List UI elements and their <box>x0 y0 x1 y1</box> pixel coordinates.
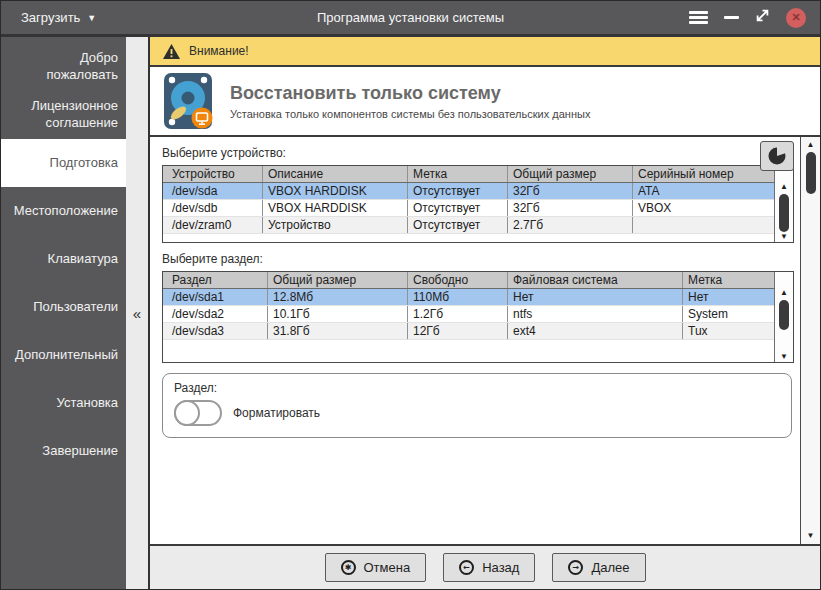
column-header[interactable]: Описание <box>263 166 408 182</box>
table-cell: VBOX HARDDISK <box>263 200 408 216</box>
close-icon: ✕ <box>791 11 800 24</box>
scroll-down-icon[interactable]: ▼ <box>780 232 788 242</box>
minimize-button[interactable] <box>724 16 739 19</box>
table-row-sda2[interactable]: /dev/sda2 10.1Гб 1.2Гб ntfs System <box>163 306 774 323</box>
table-cell: 32Гб <box>508 183 633 199</box>
table-row-sdb[interactable]: /dev/sdb VBOX HARDDISK Отсутствует 32Гб … <box>163 200 774 217</box>
table-cell: 10.1Гб <box>268 306 408 322</box>
table-cell: 31.8Гб <box>268 323 408 339</box>
table-cell: Отсутствует <box>408 217 508 233</box>
scroll-down-icon[interactable]: ▼ <box>807 531 815 541</box>
column-header[interactable]: Общий размер <box>268 272 408 288</box>
sidebar-item-keyboard[interactable]: Клавиатура <box>1 235 126 283</box>
column-header[interactable]: Общий размер <box>508 166 633 182</box>
table-cell: /dev/sdb <box>163 200 263 216</box>
scroll-up-icon[interactable]: ▲ <box>807 140 815 150</box>
sidebar-item-license[interactable]: Лицензионное соглашение <box>1 91 126 139</box>
sidebar-item-finish[interactable]: Завершение <box>1 427 126 475</box>
table-cell: ntfs <box>508 306 683 322</box>
table-cell: Устройство <box>263 217 408 233</box>
table-cell: /dev/sda2 <box>163 306 268 322</box>
table-cell: ATA <box>633 183 774 199</box>
table-cell <box>633 217 774 233</box>
partition-group-label: Раздел: <box>174 381 780 395</box>
maximize-button[interactable] <box>755 8 770 27</box>
toggle-knob <box>174 400 200 426</box>
format-toggle[interactable] <box>174 400 222 426</box>
column-header[interactable]: Файловая система <box>508 272 683 288</box>
step-header: Восстановить только систему Установка то… <box>150 67 820 137</box>
table-row-zram0[interactable]: /dev/zram0 Устройство Отсутствует 2.7Гб <box>163 217 774 234</box>
cancel-icon: ✱ <box>341 560 356 575</box>
sidebar-collapse-button[interactable]: « <box>126 37 150 589</box>
scroll-thumb[interactable] <box>779 300 789 330</box>
table-cell: System <box>683 306 774 322</box>
device-table-header: Устройство Описание Метка Общий размер С… <box>163 166 774 183</box>
partition-section-label: Выберите раздел: <box>162 252 794 266</box>
load-dropdown[interactable]: Загрузить ▼ <box>21 10 96 25</box>
table-cell: /dev/zram0 <box>163 217 263 233</box>
installer-window: Загрузить ▼ Программа установки системы … <box>0 0 821 590</box>
table-cell: 1.2Гб <box>408 306 508 322</box>
table-row-sda3[interactable]: /dev/sda3 31.8Гб 12Гб ext4 Tux <box>163 323 774 340</box>
sidebar-item-installation[interactable]: Установка <box>1 379 126 427</box>
scroll-thumb[interactable] <box>806 152 816 194</box>
scroll-down-icon[interactable]: ▼ <box>780 352 788 362</box>
partition-options-group: Раздел: Форматировать <box>162 373 792 438</box>
column-header[interactable]: Свободно <box>408 272 508 288</box>
collapse-chevrons-icon: « <box>133 305 141 322</box>
table-cell: /dev/sda <box>163 183 263 199</box>
scroll-thumb[interactable] <box>779 194 789 232</box>
table-cell: VBOX <box>633 200 774 216</box>
sidebar-item-welcome[interactable]: Добро пожаловать <box>1 43 126 91</box>
scroll-up-icon[interactable]: ▲ <box>780 182 788 192</box>
table-cell: Отсутствует <box>408 183 508 199</box>
table-cell: /dev/sda3 <box>163 323 268 339</box>
next-button[interactable]: → Далее <box>552 553 645 582</box>
sidebar-item-location[interactable]: Местоположение <box>1 187 126 235</box>
table-cell: /dev/sda1 <box>163 289 268 305</box>
column-header[interactable]: Метка <box>683 272 774 288</box>
scroll-up-icon[interactable]: ▲ <box>780 288 788 298</box>
next-button-label: Далее <box>591 560 629 575</box>
maximize-icon <box>755 8 770 23</box>
column-header[interactable]: Серийный номер <box>633 166 774 182</box>
table-row-sda1[interactable]: /dev/sda1 12.8Мб 110Мб Нет Нет <box>163 289 774 306</box>
dropdown-caret-icon: ▼ <box>87 13 96 23</box>
sidebar-item-additional[interactable]: Дополнительный <box>1 331 126 379</box>
table-row-sda[interactable]: /dev/sda VBOX HARDDISK Отсутствует 32Гб … <box>163 183 774 200</box>
device-section-label: Выберите устройство: <box>162 146 794 160</box>
warning-triangle-icon <box>163 44 180 59</box>
column-header[interactable]: Устройство <box>163 166 263 182</box>
steps-sidebar: Добро пожаловать Лицензионное соглашение… <box>1 37 126 589</box>
sidebar-item-preparation[interactable]: Подготовка <box>1 139 126 187</box>
column-header[interactable]: Метка <box>408 166 508 182</box>
step-subtitle: Установка только компонентов системы без… <box>230 108 590 120</box>
format-toggle-label: Форматировать <box>233 406 320 420</box>
cancel-button-label: Отмена <box>364 560 411 575</box>
table-cell: 32Гб <box>508 200 633 216</box>
table-cell: Нет <box>683 289 774 305</box>
partition-table: Раздел Общий размер Свободно Файловая си… <box>162 271 794 363</box>
disk-usage-button[interactable] <box>760 141 794 171</box>
table-cell: VBOX HARDDISK <box>263 183 408 199</box>
hamburger-menu-icon <box>689 16 708 19</box>
table-cell: Отсутствует <box>408 200 508 216</box>
step-title: Восстановить только систему <box>230 83 590 104</box>
back-icon: ← <box>459 560 474 575</box>
cancel-button[interactable]: ✱ Отмена <box>325 553 427 582</box>
next-icon: → <box>568 560 583 575</box>
step-content: Выберите устройство: Устройство Описани <box>150 137 800 544</box>
sidebar-item-users[interactable]: Пользователи <box>1 283 126 331</box>
close-button[interactable]: ✕ <box>786 8 806 28</box>
menu-button[interactable] <box>689 11 708 24</box>
device-table-scrollbar[interactable]: ▲ ▼ <box>774 166 793 242</box>
column-header[interactable]: Раздел <box>163 272 268 288</box>
minimize-icon <box>724 16 739 19</box>
hard-disk-icon <box>159 72 217 130</box>
table-cell: 12Гб <box>408 323 508 339</box>
content-scrollbar[interactable]: ▲ ▼ <box>800 137 820 544</box>
back-button[interactable]: ← Назад <box>443 553 535 582</box>
partition-table-scrollbar[interactable]: ▲ ▼ <box>774 272 793 362</box>
partition-table-header: Раздел Общий размер Свободно Файловая си… <box>163 272 774 289</box>
